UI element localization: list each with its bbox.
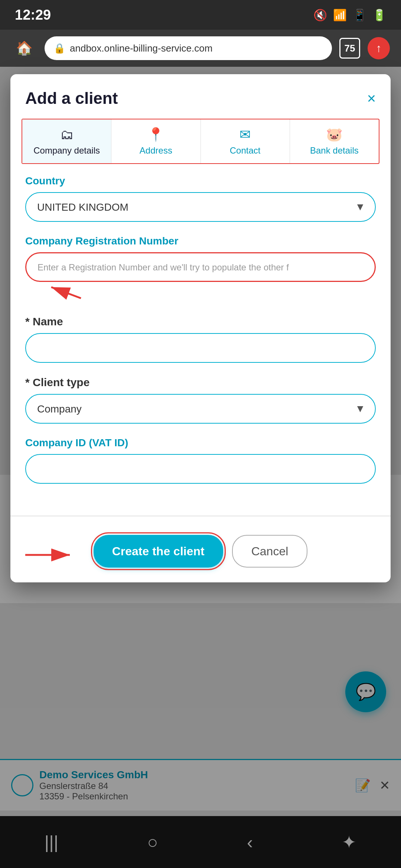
home-icon: 🏠 xyxy=(16,40,33,56)
contact-tab-icon: ✉ xyxy=(239,127,251,142)
address-tab-icon: 📍 xyxy=(147,127,164,142)
name-input[interactable] xyxy=(25,333,376,363)
status-bar: 12:29 🔇 📶 📱 🔋 xyxy=(0,0,401,30)
company-tab-icon: 🗂 xyxy=(60,127,74,142)
tab-address[interactable]: 📍 Address xyxy=(111,119,200,163)
home-button[interactable]: 🏠 xyxy=(11,35,37,61)
action-buttons: Create the client Cancel xyxy=(10,527,391,582)
cancel-button[interactable]: Cancel xyxy=(232,535,308,568)
address-tab-label: Address xyxy=(140,145,172,156)
bank-tab-icon: 🐷 xyxy=(326,127,343,142)
form-body: Country UNITED KINGDOM FRANCE GERMANY ▼ … xyxy=(10,175,391,512)
client-type-select-wrapper: Company Individual Freelancer ▼ xyxy=(25,394,376,424)
client-type-field-group: * Client type Company Individual Freelan… xyxy=(25,376,376,424)
country-label: Country xyxy=(25,175,376,187)
lock-icon: 🔒 xyxy=(53,43,65,54)
contact-tab-label: Contact xyxy=(230,145,261,156)
vat-id-input[interactable] xyxy=(25,454,376,484)
create-client-button[interactable]: Create the client xyxy=(94,535,223,568)
registration-label: Company Registration Number xyxy=(25,235,376,247)
registration-field-group: Company Registration Number xyxy=(25,235,376,302)
close-button[interactable]: × xyxy=(367,90,376,107)
name-label: * Name xyxy=(25,315,376,328)
svg-line-1 xyxy=(51,287,81,298)
company-tab-label: Company details xyxy=(33,145,100,156)
vat-id-label: Company ID (VAT ID) xyxy=(25,437,376,449)
signal-icon: 📱 xyxy=(353,9,366,22)
url-bar[interactable]: 🔒 andbox.online-billing-service.com xyxy=(45,36,332,60)
tab-bank-details[interactable]: 🐷 Bank details xyxy=(290,119,379,163)
country-select-wrapper: UNITED KINGDOM FRANCE GERMANY ▼ xyxy=(25,192,376,222)
modal-title: Add a client xyxy=(25,89,118,108)
name-field-group: * Name xyxy=(25,315,376,363)
annotation-arrow-create xyxy=(22,544,74,566)
mute-icon: 🔇 xyxy=(313,9,327,22)
upload-icon: ↑ xyxy=(376,42,382,55)
registration-number-input[interactable] xyxy=(25,252,376,282)
country-field-group: Country UNITED KINGDOM FRANCE GERMANY ▼ xyxy=(25,175,376,222)
wifi-icon: 📶 xyxy=(333,9,347,22)
url-text: andbox.online-billing-service.com xyxy=(70,43,323,54)
modal-header: Add a client × xyxy=(10,74,391,119)
client-type-select[interactable]: Company Individual Freelancer xyxy=(25,394,376,424)
modal-divider xyxy=(10,516,391,516)
upload-button[interactable]: ↑ xyxy=(368,37,390,59)
tab-contact[interactable]: ✉ Contact xyxy=(201,119,290,163)
browser-bar: 🏠 🔒 andbox.online-billing-service.com 75… xyxy=(0,30,401,67)
country-select[interactable]: UNITED KINGDOM FRANCE GERMANY xyxy=(25,192,376,222)
tab-company-details[interactable]: 🗂 Company details xyxy=(22,119,111,163)
tab-count[interactable]: 75 xyxy=(339,38,360,59)
client-type-label: * Client type xyxy=(25,376,376,389)
tab-bar: 🗂 Company details 📍 Address ✉ Contact 🐷 … xyxy=(22,119,379,164)
annotation-arrow-registration xyxy=(44,283,88,302)
status-time: 12:29 xyxy=(15,7,51,23)
bank-tab-label: Bank details xyxy=(310,145,359,156)
add-client-modal: Add a client × 🗂 Company details 📍 Addre… xyxy=(10,74,391,582)
status-icons: 🔇 📶 📱 🔋 xyxy=(313,9,386,22)
vat-id-field-group: Company ID (VAT ID) xyxy=(25,437,376,484)
battery-icon: 🔋 xyxy=(372,9,386,22)
